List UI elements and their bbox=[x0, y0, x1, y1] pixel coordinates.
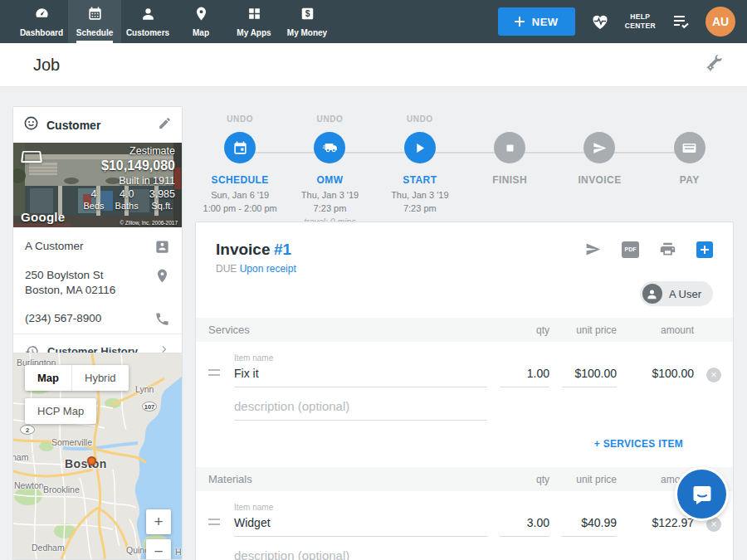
invoice-card: Invoice #1 DUE Upon receipt PDF bbox=[195, 222, 734, 560]
invoice-step-button[interactable] bbox=[583, 132, 615, 163]
material-description-input[interactable] bbox=[234, 548, 487, 560]
hcp-map-control: HCP Map bbox=[25, 398, 96, 424]
print-icon[interactable] bbox=[659, 241, 676, 258]
stat-label: Baths bbox=[115, 201, 139, 211]
omw-step-button[interactable] bbox=[314, 132, 345, 163]
nav-tab-schedule[interactable]: Schedule bbox=[68, 0, 121, 43]
timeline-step-omw: UNDO OMW Thu, Jan 3 '19 7:23 pm travel: … bbox=[285, 114, 374, 228]
health-heart-icon[interactable] bbox=[590, 12, 610, 32]
zestimate-label: Zestimate bbox=[84, 145, 176, 157]
hcp-map-button[interactable]: HCP Map bbox=[25, 398, 96, 424]
finish-step-button[interactable] bbox=[494, 132, 525, 163]
chat-launcher-button[interactable] bbox=[677, 470, 726, 519]
material-item-name-input[interactable] bbox=[234, 516, 487, 537]
step-label: START bbox=[403, 174, 437, 186]
built-year: Built in 1911 bbox=[84, 175, 176, 187]
service-amount: $100.00 bbox=[629, 367, 694, 387]
drag-handle-icon[interactable] bbox=[208, 519, 220, 525]
page-header: Job bbox=[0, 43, 747, 87]
service-item-name-input[interactable] bbox=[234, 367, 487, 387]
service-description-input[interactable] bbox=[234, 399, 487, 421]
stop-icon bbox=[502, 140, 518, 156]
phone-icon[interactable] bbox=[154, 311, 170, 327]
undo-schedule-button[interactable]: UNDO bbox=[227, 114, 253, 125]
nav-tab-customers[interactable]: Customers bbox=[121, 0, 174, 43]
zillow-copyright: © Zillow, Inc. 2006-2017 bbox=[120, 220, 178, 226]
drag-handle-icon[interactable] bbox=[208, 369, 220, 376]
undo-start-button[interactable]: UNDO bbox=[407, 114, 433, 125]
truck-icon bbox=[322, 140, 338, 156]
credit-card-icon bbox=[681, 140, 697, 156]
service-unit-price-input[interactable] bbox=[562, 367, 617, 387]
home-stats: 4 Beds 4.0 Baths 3,985 Sq.ft. bbox=[84, 188, 176, 211]
stat-sqft: 3,985 Sq.ft. bbox=[149, 188, 175, 211]
job-settings-icon[interactable] bbox=[705, 54, 724, 76]
streetview-photo[interactable]: Zestimate $10,149,080 Built in 1911 4 Be… bbox=[13, 143, 182, 227]
invoice-line-items: Services qty unit price amount Item name… bbox=[196, 318, 733, 560]
invoice-due-row: DUE Upon receipt bbox=[216, 263, 296, 275]
contact-card-icon[interactable] bbox=[154, 239, 170, 255]
material-unit-price-input[interactable] bbox=[562, 516, 617, 537]
location-pin-icon[interactable] bbox=[154, 268, 170, 284]
map-type-hybrid-button[interactable]: Hybrid bbox=[71, 365, 129, 391]
timeline-step-pay: PAY bbox=[645, 114, 735, 228]
map-label-lynn: Lynn bbox=[135, 384, 154, 394]
stat-baths: 4.0 Baths bbox=[115, 188, 139, 211]
timeline-step-invoice: INVOICE bbox=[554, 114, 644, 228]
customer-phone: (234) 567-8900 bbox=[25, 311, 101, 326]
material-qty-input[interactable] bbox=[500, 516, 549, 537]
qty-column-header: qty bbox=[500, 324, 549, 336]
customer-card-title: Customer bbox=[46, 119, 150, 132]
calendar-icon bbox=[87, 6, 103, 25]
schedule-step-button[interactable] bbox=[224, 132, 256, 163]
materials-section-header: Materials qty unit price amount bbox=[196, 467, 733, 491]
nav-tab-label: My Money bbox=[287, 28, 327, 37]
edit-pencil-icon[interactable] bbox=[158, 116, 172, 134]
remove-item-icon[interactable]: × bbox=[706, 517, 721, 532]
map-type-map-button[interactable]: Map bbox=[25, 365, 71, 391]
due-terms-link[interactable]: Upon receipt bbox=[240, 263, 296, 275]
stat-label: Beds bbox=[84, 201, 105, 211]
route-107-shield: 107 bbox=[142, 402, 157, 411]
step-label: FINISH bbox=[492, 174, 527, 186]
service-qty-input[interactable] bbox=[500, 367, 549, 387]
undo-omw-button[interactable]: UNDO bbox=[317, 114, 344, 125]
streetview-overlay: Zestimate $10,149,080 Built in 1911 4 Be… bbox=[13, 143, 182, 227]
nav-tabs: Dashboard Schedule Customers Map My Apps… bbox=[15, 0, 334, 43]
checklist-icon[interactable] bbox=[671, 12, 691, 32]
plus-icon bbox=[701, 246, 709, 254]
map-label-somerville: Somerville bbox=[51, 437, 92, 447]
boston-map-marker[interactable] bbox=[87, 456, 96, 465]
remove-item-icon[interactable]: × bbox=[706, 368, 721, 382]
send-invoice-icon[interactable] bbox=[584, 241, 602, 258]
money-icon: $ bbox=[300, 6, 315, 25]
invoice-actions: PDF bbox=[584, 241, 713, 258]
customer-name: A Customer bbox=[25, 239, 84, 254]
map-zoom-out-button[interactable]: − bbox=[146, 539, 171, 560]
service-item-row: Item name $100.00 × bbox=[196, 342, 733, 387]
map-widget[interactable]: Burlington Lynn 107 2 93 Somerville ham … bbox=[12, 353, 183, 560]
assigned-user-chip[interactable]: A User bbox=[640, 281, 713, 306]
nav-tab-my-apps[interactable]: My Apps bbox=[227, 0, 281, 43]
new-button[interactable]: NEW bbox=[498, 7, 575, 36]
item-name-label: Item name bbox=[234, 353, 487, 363]
nav-tab-map[interactable]: Map bbox=[174, 0, 227, 43]
customer-name-row: A Customer bbox=[13, 232, 182, 261]
help-center-link[interactable]: HELP CENTER bbox=[625, 12, 656, 31]
pdf-icon[interactable]: PDF bbox=[622, 241, 639, 258]
nav-tab-label: Map bbox=[193, 28, 209, 37]
pay-step-button[interactable] bbox=[674, 132, 706, 163]
user-avatar[interactable]: AU bbox=[706, 7, 735, 37]
amount-column-header: amount bbox=[629, 324, 694, 336]
apps-grid-icon bbox=[247, 6, 262, 25]
add-invoice-button[interactable] bbox=[696, 241, 713, 258]
invoice-number[interactable]: #1 bbox=[274, 241, 291, 258]
map-zoom-in-button[interactable]: + bbox=[146, 509, 171, 534]
chat-bubble-icon bbox=[690, 482, 715, 507]
nav-tab-dashboard[interactable]: Dashboard bbox=[15, 0, 68, 43]
new-button-label: NEW bbox=[532, 16, 559, 28]
add-services-item-link[interactable]: + SERVICES ITEM bbox=[594, 438, 683, 450]
start-step-button[interactable] bbox=[404, 132, 436, 163]
nav-tab-my-money[interactable]: $ My Money bbox=[281, 0, 334, 43]
timeline-step-schedule: UNDO SCHEDULE Sun, Jan 6 '19 1:00 pm - 2… bbox=[195, 114, 285, 228]
